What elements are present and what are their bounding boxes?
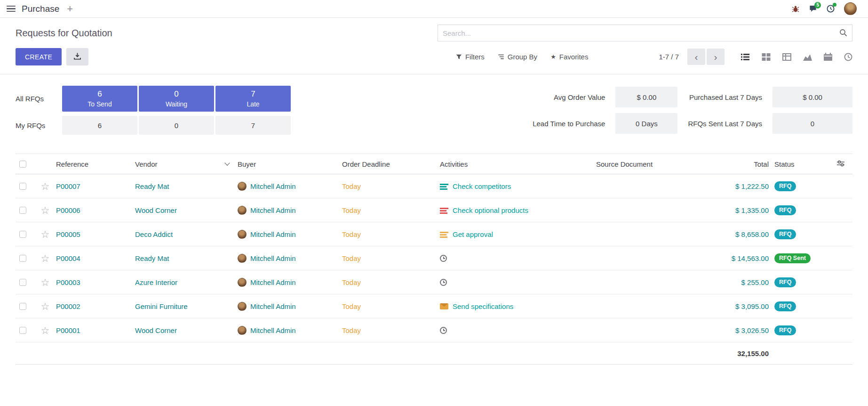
row-checkbox[interactable]: [19, 183, 26, 190]
rfq-reference-link[interactable]: P00002: [56, 302, 80, 310]
buyer-link[interactable]: Mitchell Admin: [250, 254, 296, 262]
export-button[interactable]: [66, 48, 88, 65]
favorite-star-icon[interactable]: ☆: [41, 277, 50, 287]
table-row[interactable]: ☆ P00003 Azure Interior Mitchell Admin T…: [16, 270, 852, 294]
activity-label[interactable]: Send specifications: [453, 302, 513, 310]
favorite-star-icon[interactable]: ☆: [41, 181, 50, 191]
table-row[interactable]: ☆ P00002 Gemini Furniture Mitchell Admin…: [16, 294, 852, 318]
activity-type-icon[interactable]: [440, 327, 447, 334]
rfq-reference-link[interactable]: P00005: [56, 230, 80, 238]
activity-label[interactable]: Check optional products: [453, 206, 528, 214]
activity-type-icon[interactable]: [440, 207, 448, 214]
column-header-status[interactable]: Status: [774, 160, 795, 168]
activity-type-icon[interactable]: [440, 303, 448, 309]
table-row[interactable]: ☆ P00001 Wood Corner Mitchell Admin Toda…: [16, 318, 852, 342]
user-avatar[interactable]: [844, 2, 857, 15]
order-deadline-value: Today: [342, 326, 361, 334]
messages-icon[interactable]: 5: [809, 5, 817, 13]
vendor-link[interactable]: Wood Corner: [135, 206, 177, 214]
vendor-link[interactable]: Wood Corner: [135, 326, 177, 334]
favorite-star-icon[interactable]: ☆: [41, 301, 50, 311]
favorite-star-icon[interactable]: ☆: [41, 205, 50, 215]
favorites-button[interactable]: ★ Favorites: [550, 53, 588, 61]
waiting-count: 0: [174, 89, 178, 99]
vendor-link[interactable]: Azure Interior: [135, 278, 177, 286]
buyer-avatar: [238, 254, 247, 263]
favorites-label: Favorites: [559, 53, 589, 61]
status-badge: RFQ: [774, 325, 796, 335]
row-checkbox[interactable]: [19, 327, 26, 334]
activities-clock-icon[interactable]: [827, 5, 835, 13]
avg-order-value: $ 0.00: [615, 87, 677, 107]
apps-menu-icon[interactable]: [7, 6, 16, 12]
filters-button[interactable]: Filters: [456, 53, 485, 61]
row-checkbox[interactable]: [19, 207, 26, 214]
favorite-star-icon[interactable]: ☆: [41, 253, 50, 263]
activity-view-button[interactable]: [844, 53, 852, 61]
column-header-reference[interactable]: Reference: [56, 160, 88, 168]
rfq-reference-link[interactable]: P00001: [56, 326, 80, 334]
row-checkbox[interactable]: [19, 231, 26, 238]
activity-label[interactable]: Get approval: [453, 230, 493, 238]
table-row[interactable]: ☆ P00006 Wood Corner Mitchell Admin Toda…: [16, 198, 852, 222]
column-header-activities[interactable]: Activities: [440, 160, 468, 168]
buyer-link[interactable]: Mitchell Admin: [250, 182, 296, 190]
table-row[interactable]: ☆ P00007 Ready Mat Mitchell Admin Today …: [16, 174, 852, 198]
column-header-source-document[interactable]: Source Document: [596, 160, 653, 168]
activity-type-icon[interactable]: [440, 255, 447, 262]
row-checkbox[interactable]: [19, 255, 26, 262]
column-header-total[interactable]: Total: [754, 160, 769, 168]
column-header-vendor[interactable]: Vendor: [135, 160, 158, 168]
activity-type-icon[interactable]: [440, 183, 448, 190]
tile-my-waiting[interactable]: 0: [139, 116, 214, 135]
kanban-view-button[interactable]: [762, 53, 771, 61]
vendor-link[interactable]: Gemini Furniture: [135, 302, 188, 310]
favorite-star-icon[interactable]: ☆: [41, 229, 50, 239]
optional-columns-icon[interactable]: [837, 160, 844, 168]
buyer-link[interactable]: Mitchell Admin: [250, 206, 296, 214]
create-button[interactable]: CREATE: [16, 48, 62, 65]
table-row[interactable]: ☆ P00005 Deco Addict Mitchell Admin Toda…: [16, 222, 852, 246]
rfq-reference-link[interactable]: P00007: [56, 182, 80, 190]
rfq-reference-link[interactable]: P00004: [56, 254, 80, 262]
tile-my-late[interactable]: 7: [215, 116, 291, 135]
graph-view-button[interactable]: [803, 53, 812, 61]
buyer-link[interactable]: Mitchell Admin: [250, 326, 296, 334]
vendor-link[interactable]: Ready Mat: [135, 254, 169, 262]
select-all-checkbox[interactable]: [19, 161, 26, 168]
column-header-order-deadline[interactable]: Order Deadline: [342, 160, 390, 168]
group-by-button[interactable]: Group By: [498, 53, 537, 61]
rfq-reference-link[interactable]: P00003: [56, 278, 80, 286]
row-checkbox[interactable]: [19, 279, 26, 286]
column-header-buyer[interactable]: Buyer: [238, 160, 256, 168]
activity-type-icon[interactable]: [440, 231, 448, 238]
pager-previous-button[interactable]: ‹: [687, 49, 705, 65]
plus-icon[interactable]: +: [67, 4, 73, 14]
search-input[interactable]: [438, 24, 852, 41]
table-row[interactable]: ☆ P00004 Ready Mat Mitchell Admin Today …: [16, 246, 852, 270]
tile-waiting[interactable]: 0 Waiting: [139, 86, 214, 112]
app-name[interactable]: Purchase: [22, 4, 59, 14]
vendor-link[interactable]: Ready Mat: [135, 182, 169, 190]
tile-late[interactable]: 7 Late: [215, 86, 291, 112]
vendor-sort-caret-icon[interactable]: [224, 160, 230, 165]
buyer-link[interactable]: Mitchell Admin: [250, 230, 296, 238]
rfq-reference-link[interactable]: P00006: [56, 206, 80, 214]
bug-icon[interactable]: [792, 5, 799, 13]
activity-type-icon[interactable]: [440, 279, 447, 286]
tile-my-to-send[interactable]: 6: [62, 116, 137, 135]
tile-to-send[interactable]: 6 To Send: [62, 86, 137, 112]
activity-label[interactable]: Check competitors: [453, 182, 511, 190]
pivot-view-button[interactable]: [782, 53, 791, 61]
favorites-star-icon: ★: [550, 53, 556, 60]
vendor-link[interactable]: Deco Addict: [135, 230, 173, 238]
row-checkbox[interactable]: [19, 303, 26, 310]
search-icon[interactable]: [839, 29, 847, 37]
favorite-star-icon[interactable]: ☆: [41, 325, 50, 335]
list-view-button[interactable]: [741, 53, 750, 61]
buyer-link[interactable]: Mitchell Admin: [250, 278, 296, 286]
calendar-view-button[interactable]: [824, 53, 832, 61]
buyer-link[interactable]: Mitchell Admin: [250, 302, 296, 310]
order-deadline-value: Today: [342, 302, 361, 310]
pager-next-button[interactable]: ›: [707, 49, 725, 65]
